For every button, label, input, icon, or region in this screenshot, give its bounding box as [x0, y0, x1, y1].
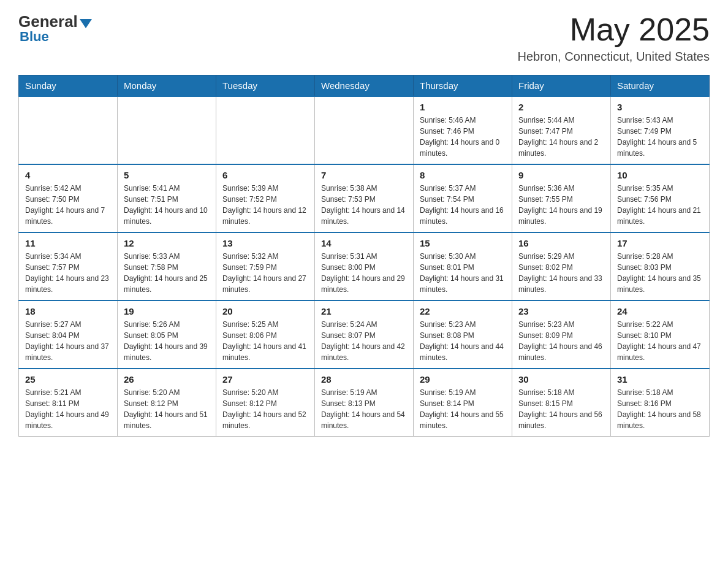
table-row: 28Sunrise: 5:19 AMSunset: 8:13 PMDayligh…	[315, 369, 414, 437]
day-info: Sunrise: 5:37 AMSunset: 7:54 PMDaylight:…	[420, 183, 506, 227]
table-row: 30Sunrise: 5:18 AMSunset: 8:15 PMDayligh…	[512, 369, 611, 437]
table-row: 10Sunrise: 5:35 AMSunset: 7:56 PMDayligh…	[611, 164, 710, 232]
day-info: Sunrise: 5:19 AMSunset: 8:13 PMDaylight:…	[321, 387, 407, 431]
day-number: 3	[617, 102, 703, 112]
col-friday: Friday	[512, 75, 611, 97]
table-row: 2Sunrise: 5:44 AMSunset: 7:47 PMDaylight…	[512, 96, 611, 164]
day-info: Sunrise: 5:41 AMSunset: 7:51 PMDaylight:…	[124, 183, 210, 227]
table-row: 31Sunrise: 5:18 AMSunset: 8:16 PMDayligh…	[611, 369, 710, 437]
table-row	[216, 96, 315, 164]
day-number: 21	[321, 306, 407, 316]
page-header: General Blue May 2025 Hebron, Connecticu…	[18, 12, 710, 64]
day-number: 28	[321, 374, 407, 385]
day-number: 18	[25, 306, 111, 316]
day-number: 6	[222, 170, 308, 180]
day-info: Sunrise: 5:20 AMSunset: 8:12 PMDaylight:…	[222, 387, 308, 431]
day-number: 26	[124, 374, 210, 385]
table-row: 18Sunrise: 5:27 AMSunset: 8:04 PMDayligh…	[19, 301, 118, 369]
table-row: 14Sunrise: 5:31 AMSunset: 8:00 PMDayligh…	[315, 232, 414, 301]
col-sunday: Sunday	[19, 75, 118, 97]
day-number: 31	[617, 374, 703, 385]
day-info: Sunrise: 5:43 AMSunset: 7:49 PMDaylight:…	[617, 115, 703, 159]
page-title: May 2025	[517, 12, 710, 47]
day-number: 5	[124, 170, 210, 180]
day-number: 20	[222, 306, 308, 316]
day-info: Sunrise: 5:26 AMSunset: 8:05 PMDaylight:…	[124, 319, 210, 363]
day-number: 14	[321, 238, 407, 248]
table-row: 27Sunrise: 5:20 AMSunset: 8:12 PMDayligh…	[216, 369, 315, 437]
table-row: 16Sunrise: 5:29 AMSunset: 8:02 PMDayligh…	[512, 232, 611, 301]
day-info: Sunrise: 5:36 AMSunset: 7:55 PMDaylight:…	[518, 183, 604, 227]
day-info: Sunrise: 5:23 AMSunset: 8:08 PMDaylight:…	[420, 319, 506, 363]
logo: General Blue	[18, 12, 92, 45]
col-tuesday: Tuesday	[216, 75, 315, 97]
day-number: 24	[617, 306, 703, 316]
day-number: 29	[420, 374, 506, 385]
page-subtitle: Hebron, Connecticut, United States	[517, 50, 710, 64]
col-monday: Monday	[118, 75, 216, 97]
table-row: 29Sunrise: 5:19 AMSunset: 8:14 PMDayligh…	[414, 369, 512, 437]
calendar-week-row: 4Sunrise: 5:42 AMSunset: 7:50 PMDaylight…	[19, 164, 710, 232]
day-number: 9	[518, 170, 604, 180]
day-number: 4	[25, 170, 111, 180]
calendar-week-row: 25Sunrise: 5:21 AMSunset: 8:11 PMDayligh…	[19, 369, 710, 437]
day-number: 8	[420, 170, 506, 180]
calendar-week-row: 1Sunrise: 5:46 AMSunset: 7:46 PMDaylight…	[19, 96, 710, 164]
table-row: 8Sunrise: 5:37 AMSunset: 7:54 PMDaylight…	[414, 164, 512, 232]
table-row: 17Sunrise: 5:28 AMSunset: 8:03 PMDayligh…	[611, 232, 710, 301]
table-row: 13Sunrise: 5:32 AMSunset: 7:59 PMDayligh…	[216, 232, 315, 301]
col-thursday: Thursday	[414, 75, 512, 97]
day-number: 2	[518, 102, 604, 112]
day-number: 17	[617, 238, 703, 248]
day-number: 22	[420, 306, 506, 316]
table-row: 23Sunrise: 5:23 AMSunset: 8:09 PMDayligh…	[512, 301, 611, 369]
day-number: 25	[25, 374, 111, 385]
table-row	[315, 96, 414, 164]
day-info: Sunrise: 5:30 AMSunset: 8:01 PMDaylight:…	[420, 251, 506, 295]
day-number: 10	[617, 170, 703, 180]
table-row: 26Sunrise: 5:20 AMSunset: 8:12 PMDayligh…	[118, 369, 216, 437]
table-row: 24Sunrise: 5:22 AMSunset: 8:10 PMDayligh…	[611, 301, 710, 369]
table-row	[118, 96, 216, 164]
day-info: Sunrise: 5:18 AMSunset: 8:16 PMDaylight:…	[617, 387, 703, 431]
table-row: 11Sunrise: 5:34 AMSunset: 7:57 PMDayligh…	[19, 232, 118, 301]
day-info: Sunrise: 5:32 AMSunset: 7:59 PMDaylight:…	[222, 251, 308, 295]
table-row: 5Sunrise: 5:41 AMSunset: 7:51 PMDaylight…	[118, 164, 216, 232]
calendar-table: Sunday Monday Tuesday Wednesday Thursday…	[18, 75, 710, 437]
day-info: Sunrise: 5:18 AMSunset: 8:15 PMDaylight:…	[518, 387, 604, 431]
title-section: May 2025 Hebron, Connecticut, United Sta…	[517, 12, 710, 64]
day-info: Sunrise: 5:23 AMSunset: 8:09 PMDaylight:…	[518, 319, 604, 363]
day-info: Sunrise: 5:24 AMSunset: 8:07 PMDaylight:…	[321, 319, 407, 363]
table-row: 20Sunrise: 5:25 AMSunset: 8:06 PMDayligh…	[216, 301, 315, 369]
day-info: Sunrise: 5:20 AMSunset: 8:12 PMDaylight:…	[124, 387, 210, 431]
table-row: 4Sunrise: 5:42 AMSunset: 7:50 PMDaylight…	[19, 164, 118, 232]
day-info: Sunrise: 5:22 AMSunset: 8:10 PMDaylight:…	[617, 319, 703, 363]
day-info: Sunrise: 5:21 AMSunset: 8:11 PMDaylight:…	[25, 387, 111, 431]
table-row: 6Sunrise: 5:39 AMSunset: 7:52 PMDaylight…	[216, 164, 315, 232]
day-number: 12	[124, 238, 210, 248]
day-info: Sunrise: 5:35 AMSunset: 7:56 PMDaylight:…	[617, 183, 703, 227]
day-number: 7	[321, 170, 407, 180]
table-row: 9Sunrise: 5:36 AMSunset: 7:55 PMDaylight…	[512, 164, 611, 232]
table-row: 1Sunrise: 5:46 AMSunset: 7:46 PMDaylight…	[414, 96, 512, 164]
day-info: Sunrise: 5:19 AMSunset: 8:14 PMDaylight:…	[420, 387, 506, 431]
table-row	[19, 96, 118, 164]
table-row: 21Sunrise: 5:24 AMSunset: 8:07 PMDayligh…	[315, 301, 414, 369]
day-info: Sunrise: 5:42 AMSunset: 7:50 PMDaylight:…	[25, 183, 111, 227]
table-row: 15Sunrise: 5:30 AMSunset: 8:01 PMDayligh…	[414, 232, 512, 301]
day-info: Sunrise: 5:34 AMSunset: 7:57 PMDaylight:…	[25, 251, 111, 295]
day-info: Sunrise: 5:38 AMSunset: 7:53 PMDaylight:…	[321, 183, 407, 227]
day-info: Sunrise: 5:33 AMSunset: 7:58 PMDaylight:…	[124, 251, 210, 295]
calendar-week-row: 18Sunrise: 5:27 AMSunset: 8:04 PMDayligh…	[19, 301, 710, 369]
table-row: 25Sunrise: 5:21 AMSunset: 8:11 PMDayligh…	[19, 369, 118, 437]
day-info: Sunrise: 5:46 AMSunset: 7:46 PMDaylight:…	[420, 115, 506, 159]
table-row: 7Sunrise: 5:38 AMSunset: 7:53 PMDaylight…	[315, 164, 414, 232]
day-number: 15	[420, 238, 506, 248]
day-number: 13	[222, 238, 308, 248]
col-saturday: Saturday	[611, 75, 710, 97]
day-info: Sunrise: 5:44 AMSunset: 7:47 PMDaylight:…	[518, 115, 604, 159]
table-row: 19Sunrise: 5:26 AMSunset: 8:05 PMDayligh…	[118, 301, 216, 369]
calendar-week-row: 11Sunrise: 5:34 AMSunset: 7:57 PMDayligh…	[19, 232, 710, 301]
calendar-header-row: Sunday Monday Tuesday Wednesday Thursday…	[19, 75, 710, 97]
day-number: 1	[420, 102, 506, 112]
